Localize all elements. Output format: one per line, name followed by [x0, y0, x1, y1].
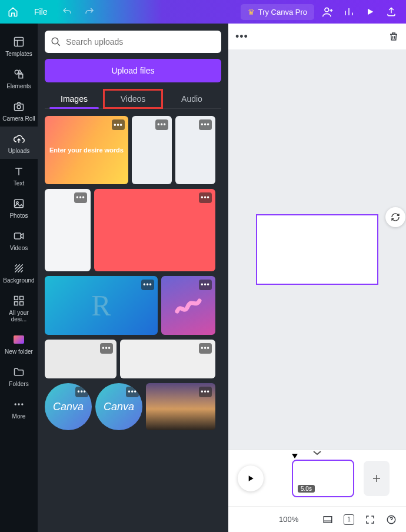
thumb-options-button[interactable]: ••• — [126, 387, 139, 397]
svg-point-13 — [15, 403, 16, 405]
rail-new-folder[interactable]: New folder — [0, 327, 38, 360]
play-button[interactable] — [238, 466, 264, 491]
upload-files-button[interactable]: Upload files — [45, 59, 221, 82]
rail-label: Text — [14, 180, 24, 187]
top-toolbar: File ♛ Try Canva Pro — [0, 0, 406, 24]
regenerate-button[interactable] — [385, 207, 405, 227]
fullscreen-button[interactable] — [365, 514, 375, 525]
grid-icon — [12, 294, 25, 307]
cloud-upload-icon — [12, 132, 25, 145]
svg-rect-11 — [15, 302, 18, 305]
delete-page-button[interactable] — [388, 31, 399, 42]
rail-label: Templates — [5, 51, 32, 57]
svg-rect-1 — [15, 38, 24, 46]
svg-rect-12 — [20, 302, 24, 305]
plus-icon — [371, 473, 382, 484]
refresh-icon — [391, 212, 400, 222]
grid-view-button[interactable] — [322, 514, 333, 525]
rail-photos[interactable]: Photos — [0, 191, 38, 224]
upload-thumbnail[interactable]: ••• — [120, 340, 215, 378]
rail-elements[interactable]: Elements — [0, 62, 38, 94]
rail-label: Folders — [9, 381, 28, 387]
home-icon — [8, 6, 18, 17]
upload-thumbnail[interactable]: ••• — [94, 189, 215, 271]
file-menu[interactable]: File — [26, 0, 56, 24]
timeline-clip[interactable]: 5.0s — [292, 460, 354, 497]
thumb-options-button[interactable]: ••• — [155, 119, 168, 130]
fullscreen-icon — [365, 514, 375, 525]
present-button[interactable] — [362, 7, 378, 16]
canvas-page[interactable] — [256, 214, 378, 285]
upload-thumbnail[interactable]: ••• — [146, 383, 215, 430]
trash-icon — [388, 31, 399, 42]
background-icon — [12, 262, 25, 275]
thumb-options-button[interactable]: ••• — [199, 192, 212, 203]
upload-thumbnail[interactable]: R••• — [45, 276, 158, 335]
photo-icon — [12, 197, 25, 210]
canvas-viewport[interactable] — [228, 49, 406, 450]
crown-icon: ♛ — [248, 8, 255, 16]
upload-thumbnail[interactable]: Canva••• — [45, 383, 92, 430]
thumbnail-text: Enter your desire words — [49, 147, 124, 154]
rail-all-designs[interactable]: All your desi... — [0, 288, 38, 327]
rail-background[interactable]: Background — [0, 256, 38, 288]
rail-label: Uploads — [8, 148, 30, 154]
try-pro-button[interactable]: ♛ Try Canva Pro — [241, 4, 314, 20]
more-icon — [12, 398, 25, 411]
svg-rect-9 — [15, 297, 18, 300]
rail-templates[interactable]: Templates — [0, 29, 38, 62]
insights-button[interactable] — [341, 6, 357, 17]
video-icon — [12, 230, 25, 242]
upload-thumbnail[interactable]: ••• — [132, 116, 172, 184]
search-input[interactable] — [66, 37, 215, 46]
thumb-options-button[interactable]: ••• — [112, 119, 125, 130]
redo-button[interactable] — [78, 0, 101, 24]
tab-images[interactable]: Images — [45, 89, 104, 108]
share-button[interactable] — [384, 6, 399, 17]
invite-button[interactable] — [320, 6, 335, 18]
upload-thumbnail[interactable]: ••• — [45, 340, 117, 378]
timeline-expand-button[interactable] — [312, 450, 322, 456]
rail-label: Elements — [6, 83, 31, 89]
thumb-options-button[interactable]: ••• — [199, 280, 212, 290]
rail-uploads[interactable]: Uploads — [0, 127, 38, 159]
svg-rect-17 — [324, 516, 332, 523]
search-field-wrapper[interactable] — [45, 31, 221, 53]
upload-thumbnail[interactable]: ••• — [161, 276, 215, 335]
home-button[interactable] — [0, 0, 26, 24]
rail-camera-roll[interactable]: Camera Roll — [0, 94, 38, 127]
thumb-options-button[interactable]: ••• — [74, 192, 87, 203]
undo-icon — [62, 6, 72, 17]
thumb-options-button[interactable]: ••• — [100, 343, 113, 354]
upload-thumbnail[interactable]: Canva••• — [95, 383, 142, 430]
thumb-options-button[interactable]: ••• — [199, 343, 212, 354]
rail-more[interactable]: More — [0, 392, 38, 424]
rail-folders[interactable]: Folders — [0, 360, 38, 392]
thumb-options-button[interactable]: ••• — [199, 119, 212, 130]
help-button[interactable] — [386, 514, 397, 525]
upload-thumbnail[interactable]: Enter your desire words••• — [45, 116, 128, 184]
tab-audio[interactable]: Audio — [162, 89, 221, 108]
svg-point-15 — [21, 403, 23, 405]
upload-thumbnail[interactable]: ••• — [175, 116, 215, 184]
zoom-level[interactable]: 100% — [279, 515, 298, 524]
play-icon — [365, 7, 375, 16]
thumb-options-button[interactable]: ••• — [75, 387, 88, 397]
thumbnail-text: Canva — [53, 401, 84, 413]
rail-text[interactable]: Text — [0, 159, 38, 191]
rail-videos[interactable]: Videos — [0, 224, 38, 256]
thumb-options-button[interactable]: ••• — [141, 280, 154, 290]
page-indicator[interactable]: 1 — [344, 514, 354, 525]
tab-videos[interactable]: Videos — [104, 89, 162, 108]
svg-point-5 — [17, 105, 21, 109]
chevron-down-icon — [312, 450, 322, 456]
thumbnail-text: Canva — [104, 401, 134, 413]
add-page-button[interactable] — [364, 461, 390, 496]
rail-label: More — [12, 413, 26, 420]
text-icon — [12, 165, 25, 178]
undo-button[interactable] — [56, 0, 78, 24]
page-options-button[interactable]: ••• — [235, 31, 248, 43]
upload-thumbnail[interactable]: ••• — [45, 189, 91, 271]
thumb-options-button[interactable]: ••• — [199, 387, 212, 397]
thumbnail-glyph: R — [91, 288, 111, 322]
